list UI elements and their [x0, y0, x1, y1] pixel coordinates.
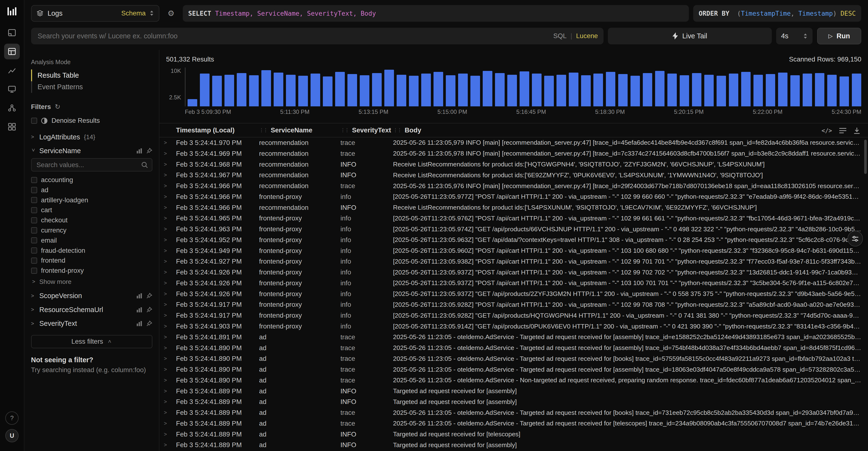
lucene-mode-toggle[interactable]: Lucene [576, 32, 598, 40]
download-icon[interactable] [854, 127, 860, 134]
user-avatar[interactable]: U [5, 429, 19, 442]
attr-resourceschemaurl[interactable]: > ResourceSchemaUrl [31, 303, 152, 317]
row-expander-icon[interactable]: > [164, 442, 176, 448]
histogram-bar[interactable] [483, 71, 492, 107]
row-expander-icon[interactable]: > [164, 312, 176, 319]
histogram-bar[interactable] [458, 73, 468, 106]
histogram-bar[interactable] [274, 72, 283, 107]
histogram-bar[interactable] [544, 76, 554, 106]
nav-monitors-button[interactable] [4, 81, 20, 97]
log-row[interactable]: > Feb 3 5:24:41.917 PM frontend-proxy in… [159, 310, 868, 321]
histogram-bar[interactable] [557, 75, 566, 107]
sql-select-display[interactable]: SELECTTimestamp, ServiceName, SeverityTe… [183, 5, 689, 22]
drag-handle-icon[interactable]: ⋮⋮ [340, 127, 349, 133]
log-row[interactable]: > Feb 3 5:24:41.889 PM ad INFO Targeted … [159, 386, 868, 396]
log-row[interactable]: > Feb 3 5:24:41.890 PM ad trace 2025-05-… [159, 364, 868, 375]
row-expander-icon[interactable]: > [164, 269, 176, 275]
col-header-timestamp[interactable]: Timestamp (Local) [176, 126, 259, 134]
row-expander-icon[interactable]: > [164, 183, 176, 189]
histogram-bar[interactable] [803, 73, 812, 106]
histogram-bar[interactable] [840, 77, 849, 107]
row-expander-icon[interactable]: > [164, 377, 176, 384]
log-row[interactable]: > Feb 3 5:24:41.949 PM frontend-proxy in… [159, 245, 868, 256]
service-value-currency[interactable]: currency [31, 225, 152, 235]
log-row[interactable]: > Feb 3 5:24:41.966 PM frontend-proxy in… [159, 191, 868, 202]
row-expander-icon[interactable]: > [164, 356, 176, 362]
histogram-bar[interactable] [298, 76, 308, 106]
histogram-bar[interactable] [372, 73, 382, 107]
less-filters-button[interactable]: Less filters > [31, 335, 152, 348]
mini-chart-icon[interactable] [136, 321, 142, 327]
row-expander-icon[interactable]: > [164, 226, 176, 232]
log-row[interactable]: > Feb 3 5:24:41.889 PM ad INFO Targeted … [159, 396, 868, 407]
histogram-bar[interactable] [323, 77, 333, 107]
histogram-bar[interactable] [643, 73, 652, 107]
service-value-cart[interactable]: cart [31, 205, 152, 215]
show-more-button[interactable]: > Show more [31, 277, 152, 287]
histogram-bar[interactable] [311, 73, 320, 106]
histogram-bar[interactable] [778, 72, 788, 107]
row-expander-icon[interactable]: > [164, 388, 176, 394]
col-header-servicename[interactable]: ⋮⋮ServiceName [259, 126, 340, 134]
histogram-bar[interactable] [680, 75, 689, 107]
row-expander-icon[interactable]: > [164, 345, 176, 351]
histogram-bar[interactable] [618, 74, 628, 106]
refresh-interval-select[interactable]: 4s [776, 28, 813, 44]
histogram-bar[interactable] [495, 73, 505, 107]
histogram-bar[interactable] [434, 72, 443, 106]
histogram-bar[interactable] [212, 76, 222, 106]
pin-icon[interactable] [146, 321, 152, 327]
histogram-bar[interactable] [753, 75, 763, 107]
histogram-bar[interactable] [347, 74, 357, 106]
service-value-accounting[interactable]: accounting [31, 175, 152, 185]
log-row[interactable]: > Feb 3 5:24:41.926 PM frontend-proxy in… [159, 278, 868, 289]
histogram-bar[interactable] [593, 73, 603, 106]
drag-handle-icon[interactable]: ⋮⋮ [259, 127, 267, 133]
drag-handle-icon[interactable]: ⋮⋮ [393, 127, 401, 133]
histogram-bar[interactable] [507, 75, 517, 107]
log-row[interactable]: > Feb 3 5:24:41.889 PM ad INFO Targeted … [159, 440, 868, 451]
histogram-bar[interactable] [766, 74, 775, 106]
histogram-bar[interactable] [827, 75, 837, 107]
log-row[interactable]: > Feb 3 5:24:41.927 PM frontend-proxy in… [159, 256, 868, 267]
service-value-checkout[interactable]: checkout [31, 215, 152, 225]
pin-icon[interactable] [146, 148, 152, 154]
event-search-input[interactable] [37, 31, 543, 40]
live-tail-button[interactable]: Live Tail [608, 28, 772, 44]
nav-dashboards-button[interactable] [4, 25, 20, 40]
row-expander-icon[interactable]: > [164, 334, 176, 340]
row-expander-icon[interactable]: > [164, 215, 176, 221]
row-expander-icon[interactable]: > [164, 140, 176, 146]
log-row[interactable]: > Feb 3 5:24:41.970 PM recommendation tr… [159, 138, 868, 148]
pin-icon[interactable] [146, 307, 152, 313]
service-value-artillery-loadgen[interactable]: artillery-loadgen [31, 195, 152, 205]
attr-scopeversion[interactable]: > ScopeVersion [31, 289, 152, 303]
log-row[interactable]: > Feb 3 5:24:41.968 PM recommendation IN… [159, 159, 868, 170]
row-expander-icon[interactable]: > [164, 323, 176, 329]
histogram-bar[interactable] [569, 72, 579, 107]
histogram-bar[interactable] [470, 76, 480, 106]
row-expander-icon[interactable]: > [164, 205, 176, 211]
log-row[interactable]: > Feb 3 5:24:41.890 PM ad trace 2025-05-… [159, 342, 868, 353]
filter-value-search-input[interactable] [35, 161, 141, 170]
order-by-display[interactable]: ORDER BY (TimestampTime, Timestamp) DESC [693, 5, 862, 22]
histogram-bar[interactable] [532, 73, 541, 106]
row-expander-icon[interactable]: > [164, 431, 176, 438]
attr-severitytext[interactable]: > SeverityText [31, 317, 152, 330]
histogram-bar[interactable] [704, 75, 714, 107]
row-expander-icon[interactable]: > [164, 237, 176, 243]
histogram-bar[interactable] [606, 72, 616, 106]
histogram-bar[interactable] [446, 75, 456, 107]
service-value-fraud-detection[interactable]: fraud-detection [31, 245, 152, 255]
histogram-bar[interactable] [692, 73, 702, 107]
help-button[interactable]: ? [5, 412, 19, 425]
service-value-ad[interactable]: ad [31, 185, 152, 195]
histogram-bar[interactable] [741, 72, 751, 106]
row-expander-icon[interactable]: > [164, 280, 176, 286]
nav-chart-button[interactable] [4, 62, 20, 78]
log-row[interactable]: > Feb 3 5:24:41.969 PM recommendation tr… [159, 148, 868, 159]
log-row[interactable]: > Feb 3 5:24:41.926 PM frontend-proxy in… [159, 267, 868, 278]
row-expander-icon[interactable]: > [164, 248, 176, 254]
histogram-bar[interactable] [815, 73, 825, 107]
nav-search-button[interactable] [4, 44, 20, 59]
